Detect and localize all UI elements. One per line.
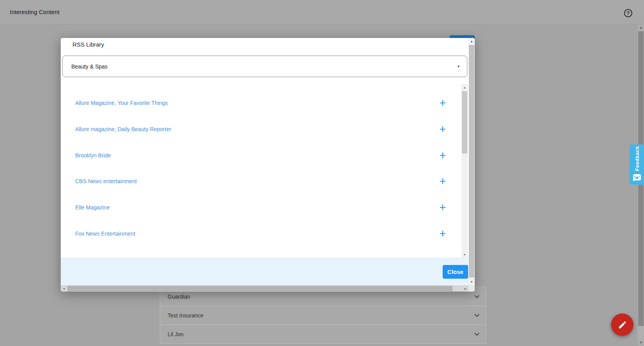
accordion-row-lil-jon[interactable]: Lil Jon <box>160 325 486 344</box>
scroll-down-icon[interactable]: ▼ <box>469 279 475 285</box>
modal-title: RSS Library <box>72 41 104 48</box>
add-feed-button[interactable]: + <box>436 200 449 215</box>
scroll-left-icon[interactable]: ◄ <box>61 285 67 292</box>
scroll-down-icon[interactable]: ▼ <box>638 339 644 346</box>
feed-link[interactable]: Allure magazine, Daily Beauty Reporter <box>75 126 171 132</box>
scroll-down-icon[interactable]: ▼ <box>461 251 468 258</box>
plus-icon: + <box>440 149 446 162</box>
app-header: Interesting Content <box>0 0 644 24</box>
feed-row: Allure magazine, Daily Beauty Reporter + <box>61 121 469 137</box>
add-feed-button[interactable]: + <box>436 148 449 163</box>
feed-link[interactable]: Elle Magazine <box>75 204 110 211</box>
modal-footer: Close <box>61 258 469 285</box>
add-feed-button[interactable]: + <box>436 226 449 241</box>
category-dropdown[interactable]: Beauty & Spas ▼ <box>62 56 467 77</box>
chevron-down-icon <box>474 293 479 298</box>
plus-icon: + <box>440 175 446 187</box>
modal-scrollbar-thumb[interactable] <box>469 45 474 278</box>
dropdown-caret-icon: ▼ <box>457 65 460 68</box>
help-icon[interactable]: ? <box>624 9 632 17</box>
feed-link[interactable]: Fox News Entertainment <box>75 231 135 237</box>
feed-row: Allure Magazine, Your Favorite Things + <box>61 95 469 111</box>
page-title: Interesting Content <box>10 9 60 15</box>
feedback-smiley-tail <box>633 180 635 182</box>
question-mark-glyph: ? <box>627 10 630 16</box>
accordion-label: Guardian <box>168 294 190 300</box>
rss-library-modal: RSS Library Beauty & Spas ▼ Allure Magaz… <box>61 38 475 292</box>
page-vertical-scrollbar[interactable]: ▲ ▼ <box>638 24 644 346</box>
chevron-down-icon <box>474 312 479 317</box>
category-dropdown-value: Beauty & Spas <box>71 63 108 70</box>
feed-row: CBS News entertainment + <box>61 173 469 189</box>
feed-link[interactable]: Brooklyn Bride <box>75 152 111 159</box>
scroll-up-icon[interactable]: ▲ <box>461 84 468 90</box>
feedback-tab[interactable]: Feedback <box>630 144 644 185</box>
edit-fab-button[interactable] <box>611 314 633 336</box>
accordion-label: Lil Jon <box>168 331 183 337</box>
feed-link[interactable]: CBS News entertainment <box>75 178 137 184</box>
scrollbar-corner <box>469 285 475 292</box>
modal-horizontal-scrollbar[interactable]: ◄ ► <box>61 285 469 292</box>
add-feed-button[interactable]: + <box>436 173 449 189</box>
feed-list-scrollbar-thumb[interactable] <box>462 91 467 153</box>
feed-list-scrollbar[interactable]: ▲ ▼ <box>461 84 468 258</box>
accordion-label: Test Insurance <box>168 312 203 319</box>
feed-row: Brooklyn Bride + <box>61 148 469 163</box>
add-feed-button[interactable]: + <box>436 121 449 137</box>
plus-icon: + <box>440 201 446 214</box>
accordion-row-test-insurance[interactable]: Test Insurance <box>160 306 486 325</box>
add-feed-button[interactable]: + <box>436 95 449 111</box>
pencil-icon <box>618 320 627 330</box>
feed-row: Fox News Entertainment + <box>61 226 469 241</box>
feed-row: Elle Magazine + <box>61 200 469 215</box>
modal-vertical-scrollbar[interactable]: ▲ ▼ <box>469 38 475 285</box>
close-button[interactable]: Close <box>443 265 468 279</box>
plus-icon: + <box>440 97 446 109</box>
plus-icon: + <box>440 123 446 135</box>
background-accordion: Guardian Test Insurance Lil Jon <box>160 287 486 344</box>
scroll-up-icon[interactable]: ▲ <box>469 38 475 45</box>
feed-link[interactable]: Allure Magazine, Your Favorite Things <box>75 100 168 106</box>
feedback-tab-label: Feedback <box>634 146 640 171</box>
modal-hscrollbar-thumb[interactable] <box>67 286 452 291</box>
scroll-up-icon[interactable]: ▲ <box>638 24 644 31</box>
plus-icon: + <box>440 227 446 240</box>
scroll-right-icon[interactable]: ► <box>462 285 469 292</box>
chevron-down-icon <box>474 331 479 336</box>
